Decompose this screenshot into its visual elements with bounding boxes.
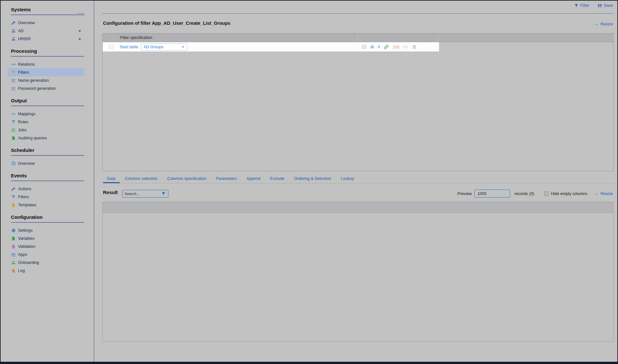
editsq-icon [11, 86, 16, 91]
result-panel [102, 202, 613, 342]
sidebar-item-jobs[interactable]: Jobs [7, 126, 84, 134]
sidebar-section-title: Configuration [11, 214, 94, 219]
exclude-null-icon[interactable]: |×| [403, 45, 408, 49]
arrows-icon [11, 112, 16, 116]
start-table-select[interactable]: AD.Groups [141, 43, 187, 51]
start-table-label: Start table [120, 45, 138, 49]
tab-bar: DataColumns selectionColumns specificati… [103, 174, 613, 183]
save-button[interactable]: Save [598, 3, 613, 8]
users-icon [11, 29, 16, 33]
chevron-right-icon: ▶ [79, 37, 81, 40]
sidebar-item-label: Apps [18, 252, 27, 257]
sidebar-item-actions[interactable]: Actions [7, 185, 84, 193]
editsq-icon [11, 128, 16, 132]
tab-ordering-selection[interactable]: Ordering & Selection [289, 174, 336, 183]
records-label: records [515, 191, 528, 196]
resize-label: Resize [601, 191, 613, 196]
hide-empty-columns-label: Hide empty columns [551, 191, 587, 196]
sidebar-item-name-generation[interactable]: Name generation [7, 76, 84, 84]
sidebar-item-roles[interactable]: Roles [7, 118, 84, 126]
toolbar: Filter Save [574, 3, 613, 8]
header-divider [102, 13, 613, 14]
validate-checkbox-icon[interactable] [362, 45, 366, 49]
sidebar-section-systems: SystemsOverviewAD▶HR500▶ [11, 7, 94, 43]
sidebar-item-ad[interactable]: AD▶ [7, 27, 84, 35]
sidebar: SystemsOverviewAD▶HR500▶ProcessingRelati… [1, 1, 94, 362]
section-divider [11, 14, 84, 15]
drag-handle-icon[interactable] [108, 45, 114, 49]
funnel-icon [11, 70, 16, 75]
sidebar-section-title: Output [11, 98, 94, 103]
sidebar-item-apps[interactable]: Apps [7, 250, 84, 258]
sidebar-section-output: OutputMappingsRolesJobsAuditing queries [11, 98, 94, 142]
result-panel-header [103, 202, 613, 213]
resize-result-panel-link[interactable]: ⇔ Resize [595, 191, 613, 196]
tab-append[interactable]: Append [242, 174, 265, 183]
doc-icon [11, 136, 16, 140]
sidebar-item-mappings[interactable]: Mappings [7, 110, 84, 118]
tab-lookup[interactable]: Lookup [336, 174, 359, 183]
filter-button[interactable]: Filter [574, 3, 589, 8]
sidebar-item-relations[interactable]: Relations [7, 60, 84, 68]
tab-data[interactable]: Data [103, 174, 120, 183]
sidebar-item-log[interactable]: Log [7, 266, 84, 275]
sidebar-item-validation[interactable]: Validation [7, 242, 84, 250]
start-table-row[interactable]: Start table AD.Groups &‖ƒ(x)|×| [103, 42, 439, 51]
sidebar-item-settings[interactable]: Settings [7, 226, 84, 234]
doc-icon [11, 203, 16, 207]
or-condition-icon[interactable]: ‖ [378, 44, 380, 49]
sidebar-section-title: Scheduler [11, 147, 94, 153]
sidebar-section-events: EventsActionsFiltersTemplates [11, 173, 94, 209]
delete-row-icon[interactable] [412, 45, 417, 49]
sidebar-item-templates[interactable]: Templates [7, 201, 84, 209]
tab-columns-specification[interactable]: Columns specification [163, 174, 211, 183]
row-action-icons: &‖ƒ(x)|×| [362, 42, 417, 51]
sidebar-item-label: Auditing queries [18, 136, 47, 140]
app-window: SystemsOverviewAD▶HR500▶ProcessingRelati… [0, 0, 618, 364]
and-condition-icon[interactable]: & [370, 44, 374, 49]
preview-count-input[interactable] [474, 190, 510, 198]
doc-icon [11, 236, 16, 241]
floppy-save-icon [598, 4, 602, 8]
resize-filter-panel-link[interactable]: ⇔ Resize [595, 22, 613, 26]
sidebar-item-label: Log [18, 268, 25, 273]
wrench-icon [11, 21, 16, 25]
filter-button-label: Filter [580, 3, 589, 8]
filter-specification-header: Filter specification [103, 33, 613, 42]
sidebar-item-hr500[interactable]: HR500▶ [7, 35, 84, 43]
tab-parameters[interactable]: Parameters [211, 174, 242, 183]
filter-specification-panel: Filter specification Start table AD.Grou… [102, 33, 613, 171]
sidebar-item-overview[interactable]: Overview [7, 159, 84, 167]
sidebar-item-auditing-queries[interactable]: Auditing queries [7, 134, 84, 142]
result-section-title: Result [103, 190, 118, 195]
doc-icon [11, 244, 16, 249]
sidebar-item-label: AD [18, 29, 23, 33]
filter-funnel-icon [574, 4, 578, 8]
sidebar-item-variables[interactable]: Variables [7, 234, 84, 242]
sidebar-section-scheduler: SchedulerOverview [11, 147, 94, 167]
sidebar-item-label: Variables [18, 236, 34, 241]
sidebar-section-processing: ProcessingRelationsFiltersName generatio… [11, 48, 94, 92]
users-icon [11, 37, 16, 41]
tab-columns-selection[interactable]: Columns selection [120, 174, 162, 183]
sidebar-item-onboarding[interactable]: Onboarding [7, 258, 84, 266]
sidebar-resize-grip[interactable] [77, 13, 85, 14]
sidebar-item-filters[interactable]: Filters [7, 193, 84, 201]
sidebar-item-filters[interactable]: Filters [7, 68, 84, 76]
header-column-divider [114, 35, 114, 41]
sidebar-section-configuration: ConfigurationSettingsVariablesValidation… [11, 214, 94, 275]
sidebar-item-label: Settings [18, 228, 33, 233]
section-divider [11, 106, 84, 106]
search-input[interactable]: Search... [122, 190, 168, 198]
chevron-down-icon [181, 45, 185, 49]
sidebar-item-label: Password generation [18, 86, 56, 91]
sidebar-item-overview[interactable]: Overview [7, 19, 84, 27]
sidebar-item-password-generation[interactable]: Password generation [7, 84, 84, 92]
link-table-icon[interactable] [384, 44, 389, 50]
resize-arrows-icon: ⇔ [595, 191, 599, 196]
chevron-right-icon: ▶ [79, 29, 81, 32]
clock-icon [11, 161, 16, 166]
hide-empty-columns-checkbox[interactable] [544, 191, 549, 196]
tab-exclude[interactable]: Exclude [265, 174, 289, 183]
function-icon[interactable]: ƒ(x) [393, 45, 399, 49]
